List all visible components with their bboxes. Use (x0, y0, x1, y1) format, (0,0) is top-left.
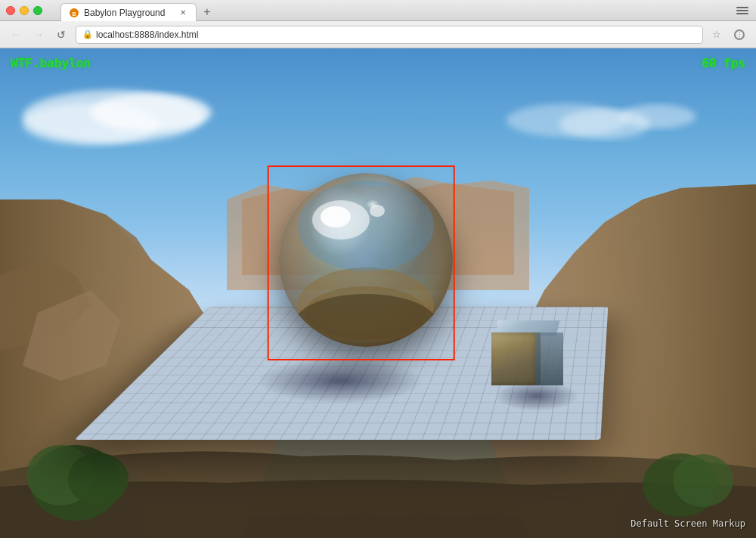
back-button[interactable]: ← (8, 26, 24, 43)
svg-point-17 (321, 206, 351, 227)
svg-point-10 (68, 453, 129, 506)
scene-label: WTF.babylon (11, 56, 91, 70)
svg-point-6 (507, 104, 627, 137)
tab-bar: B Babylon Playground ✕ + (60, 0, 218, 21)
markup-label: Default Screen Markup (631, 518, 745, 529)
lock-icon: 🔒 (82, 29, 93, 39)
address-bar-container: ← → ↺ 🔒 localhost:8888/index.html ☆ ⋮ (0, 21, 756, 48)
close-button[interactable] (6, 6, 15, 15)
svg-point-4 (23, 103, 159, 145)
minimize-button[interactable] (20, 6, 29, 15)
sphere-shadow (257, 358, 423, 404)
maximize-button[interactable] (33, 6, 42, 15)
traffic-lights (6, 6, 42, 15)
svg-point-12 (673, 454, 733, 507)
reflective-sphere[interactable] (279, 173, 453, 347)
active-tab[interactable]: B Babylon Playground ✕ (60, 3, 197, 21)
reload-button[interactable]: ↺ (53, 26, 70, 43)
new-tab-button[interactable]: + (197, 3, 218, 21)
browser-action-button[interactable]: ⋮ (730, 26, 748, 44)
url-bar[interactable]: 🔒 localhost:8888/index.html (76, 26, 703, 44)
cube-side-face (535, 332, 563, 385)
svg-point-18 (370, 205, 385, 217)
3d-viewport[interactable]: WTF.babylon 60 fps Default Screen Markup (0, 48, 756, 538)
url-text: localhost:8888/index.html (96, 29, 696, 40)
bookmark-button[interactable]: ☆ (709, 27, 724, 42)
forward-button[interactable]: → (30, 26, 47, 43)
fps-counter: 60 fps (702, 56, 745, 70)
cube-front-face (491, 332, 541, 385)
tab-title: Babylon Playground (84, 8, 165, 18)
svg-text:B: B (72, 11, 76, 16)
browser-titlebar: B Babylon Playground ✕ + (0, 0, 756, 21)
sphere-inner-reflections (279, 173, 453, 347)
browser-menu-icon[interactable] (736, 5, 748, 17)
reflective-cube[interactable] (491, 319, 563, 391)
svg-point-7 (620, 104, 696, 128)
tab-close-button[interactable]: ✕ (178, 8, 188, 18)
tab-favicon-icon: B (69, 8, 79, 18)
